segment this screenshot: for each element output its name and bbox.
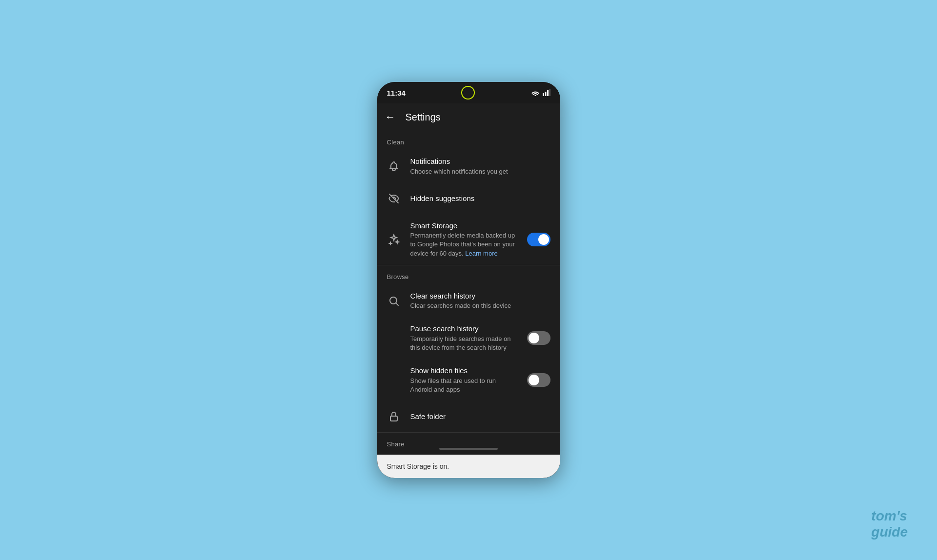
setting-notifications[interactable]: Notifications Choose which notifications… xyxy=(377,150,560,183)
clear-search-history-subtitle: Clear searches made on this device xyxy=(410,301,550,310)
search-icon xyxy=(387,295,401,307)
svg-rect-0 xyxy=(543,93,544,96)
setting-pause-search-history[interactable]: Pause search history Temporarily hide se… xyxy=(377,317,560,359)
svg-point-4 xyxy=(390,297,397,304)
status-icons xyxy=(531,89,550,96)
notifications-text: Notifications Choose which notifications… xyxy=(410,157,550,176)
section-clean-header: Clean xyxy=(377,131,560,150)
sparkle-icon xyxy=(387,234,401,245)
notifications-title: Notifications xyxy=(410,157,550,166)
watermark: tom's guide xyxy=(871,508,908,540)
settings-content: Clean Notifications Choose which notific… xyxy=(377,131,560,478)
hidden-suggestions-text: Hidden suggestions xyxy=(410,194,550,203)
setting-safe-folder[interactable]: Safe folder xyxy=(377,401,560,432)
setting-clear-search-history[interactable]: Clear search history Clear searches made… xyxy=(377,284,560,318)
bell-icon xyxy=(387,160,401,172)
section-browse-header: Browse xyxy=(377,265,560,284)
svg-rect-5 xyxy=(390,416,397,421)
smart-storage-title: Smart Storage xyxy=(410,221,517,231)
svg-rect-1 xyxy=(545,92,546,96)
svg-rect-3 xyxy=(549,89,550,96)
pause-search-history-subtitle: Temporarily hide searches made on this d… xyxy=(410,335,517,352)
snackbar-text: Smart Storage is on. xyxy=(387,462,449,470)
eye-off-icon xyxy=(387,193,401,204)
learn-more-link[interactable]: Learn more xyxy=(465,250,497,257)
wifi-icon xyxy=(531,89,540,96)
safe-folder-text: Safe folder xyxy=(410,412,550,421)
status-time: 11:34 xyxy=(387,89,406,97)
pause-search-history-title: Pause search history xyxy=(410,324,517,334)
pause-search-history-text: Pause search history Temporarily hide se… xyxy=(410,324,517,352)
show-hidden-files-text: Show hidden files Show files that are us… xyxy=(410,366,517,394)
hidden-suggestions-title: Hidden suggestions xyxy=(410,194,550,203)
show-hidden-files-toggle[interactable] xyxy=(527,373,550,387)
signal-icon xyxy=(543,89,550,96)
safe-folder-title: Safe folder xyxy=(410,412,550,421)
home-indicator xyxy=(439,448,498,450)
lock-icon xyxy=(387,411,401,422)
page-title: Settings xyxy=(406,112,441,123)
app-bar: ← Settings xyxy=(377,103,560,131)
clear-search-history-title: Clear search history xyxy=(410,291,550,301)
smart-storage-text: Smart Storage Permanently delete media b… xyxy=(410,221,517,258)
camera-indicator xyxy=(461,86,475,100)
smart-storage-toggle[interactable] xyxy=(527,233,550,246)
show-hidden-files-subtitle: Show files that are used to run Android … xyxy=(410,377,517,394)
svg-rect-2 xyxy=(547,90,549,96)
status-bar: 11:34 xyxy=(377,82,560,103)
setting-smart-storage[interactable]: Smart Storage Permanently delete media b… xyxy=(377,214,560,265)
show-hidden-files-title: Show hidden files xyxy=(410,366,517,376)
clear-search-history-text: Clear search history Clear searches made… xyxy=(410,291,550,311)
smart-storage-subtitle: Permanently delete media backed up to Go… xyxy=(410,231,517,258)
setting-show-hidden-files[interactable]: Show hidden files Show files that are us… xyxy=(377,359,560,401)
notifications-subtitle: Choose which notifications you get xyxy=(410,167,550,176)
phone-frame: 11:34 ← Settings Clean xyxy=(377,82,560,478)
back-button[interactable]: ← xyxy=(385,111,396,123)
pause-search-history-toggle[interactable] xyxy=(527,331,550,345)
setting-hidden-suggestions[interactable]: Hidden suggestions xyxy=(377,183,560,214)
snackbar: Smart Storage is on. xyxy=(377,455,560,478)
